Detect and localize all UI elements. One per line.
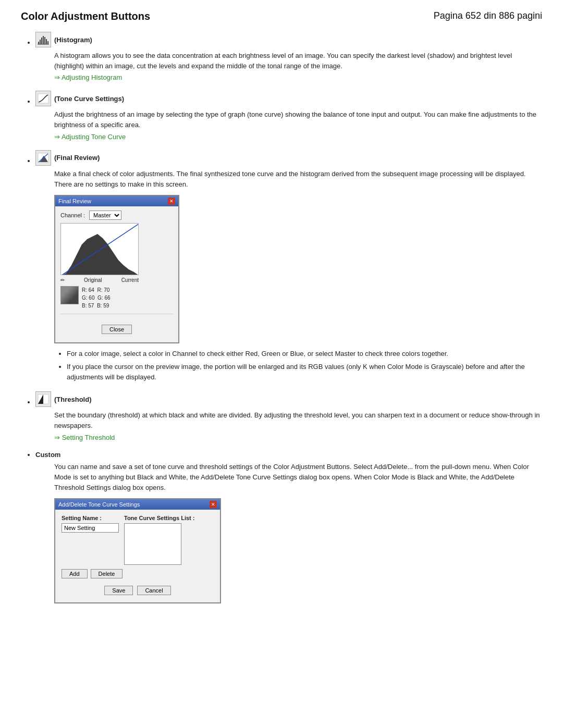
final-review-body: Make a final check of color adjustments.… [54, 169, 542, 382]
sub-bullet-1: For a color image, select a color in Cha… [67, 349, 542, 359]
custom-header: Custom [35, 451, 542, 459]
threshold-section: (Threshold) Set the boundary (threshold)… [35, 391, 542, 441]
final-review-description: Make a final check of color adjustments.… [54, 169, 542, 190]
page-number: Pagina 652 din 886 pagini [434, 10, 542, 21]
dialog-divider [60, 314, 173, 314]
custom-section: Custom You can name and save a set of to… [35, 451, 542, 603]
histogram-description: A histogram allows you to see the data c… [54, 51, 542, 71]
setting-name-col: Setting Name : [62, 515, 119, 565]
histogram-body: A histogram allows you to see the data c… [54, 51, 542, 81]
svg-rect-5 [46, 39, 47, 44]
histogram-icon [38, 34, 49, 45]
add-delete-footer: Save Cancel [62, 583, 214, 597]
svg-rect-6 [47, 41, 48, 44]
threshold-icon [38, 394, 49, 404]
final-review-dialog: Final Review ✕ Channel : Master [54, 195, 179, 343]
threshold-header: (Threshold) [35, 391, 542, 407]
add-delete-body: Setting Name : Tone Curve Settings List … [55, 510, 220, 602]
svg-rect-2 [41, 38, 42, 44]
save-button[interactable]: Save [104, 586, 133, 595]
add-delete-close-btn[interactable]: ✕ [210, 501, 217, 508]
tone-curve-link[interactable]: Adjusting Tone Curve [54, 133, 126, 141]
tone-curve-section: (Tone Curve Settings) Adjust the brightn… [35, 91, 542, 140]
histogram-link[interactable]: Adjusting Histogram [54, 73, 122, 81]
tone-list-label: Tone Curve Settings List : [124, 515, 194, 521]
legend-pencil-icon: ✏ [60, 277, 65, 283]
preview-values: R: 64 R: 70 G: 60 G: 66 B: 57 B: 59 [82, 286, 111, 310]
channel-label: Channel : [60, 212, 85, 218]
dialog-titlebar: Final Review ✕ [55, 196, 178, 206]
delete-button[interactable]: Delete [91, 569, 123, 578]
svg-marker-12 [61, 234, 139, 275]
custom-description: You can name and save a set of tone curv… [54, 462, 542, 493]
svg-rect-3 [43, 36, 44, 44]
dialog-close-btn[interactable]: ✕ [168, 198, 175, 205]
legend-current: Current [121, 277, 139, 283]
dialog-footer: Close [60, 325, 173, 338]
final-review-label: (Final Review) [54, 154, 100, 162]
dialog-title: Final Review [58, 198, 91, 204]
dialog-body: Channel : Master [55, 206, 178, 342]
custom-label: Custom [35, 451, 60, 459]
tone-curve-description: Adjust the brightness of an image by sel… [54, 109, 542, 130]
preview-row: R: 64 R: 70 G: 60 G: 66 B: 57 B: 59 [60, 286, 173, 310]
tone-list-box [124, 523, 181, 565]
dialog-legend: ✏ Original Current [60, 277, 139, 283]
histogram-svg [61, 224, 139, 275]
histogram-canvas [60, 223, 139, 275]
tone-list-col: Tone Curve Settings List : [124, 515, 194, 565]
tone-curve-label: (Tone Curve Settings) [54, 95, 124, 103]
final-review-section: (Final Review) Make a final check of col… [35, 150, 542, 382]
dialog-close-button[interactable]: Close [102, 325, 132, 334]
threshold-icon-box [35, 391, 51, 407]
svg-rect-1 [40, 40, 41, 44]
add-delete-title: Add/Delete Tone Curve Settings [58, 501, 140, 508]
page-header: Color Adjustment Buttons Pagina 652 din … [21, 10, 542, 22]
threshold-link[interactable]: Setting Threshold [54, 434, 115, 441]
threshold-body: Set the boundary (threshold) at which bl… [54, 410, 542, 441]
final-review-sub-list: For a color image, select a color in Cha… [54, 349, 542, 382]
r-values: R: 64 R: 70 [82, 286, 111, 294]
final-review-icon [38, 153, 49, 163]
final-review-header: (Final Review) [35, 150, 542, 166]
sub-bullet-2: If you place the cursor on the preview i… [67, 362, 542, 382]
tone-curve-header: (Tone Curve Settings) [35, 91, 542, 106]
final-review-icon-box [35, 150, 51, 166]
add-delete-dialog: Add/Delete Tone Curve Settings ✕ Setting… [54, 498, 221, 603]
tone-curve-icon-box [35, 91, 51, 106]
histogram-header: (Histogram) [35, 32, 542, 47]
preview-thumb [60, 286, 79, 304]
setting-name-label: Setting Name : [62, 515, 119, 521]
histogram-label: (Histogram) [54, 36, 92, 44]
svg-rect-4 [44, 37, 45, 44]
main-section-list: (Histogram) A histogram allows you to se… [21, 32, 542, 603]
add-delete-titlebar: Add/Delete Tone Curve Settings ✕ [55, 499, 220, 510]
channel-select[interactable]: Master [89, 211, 121, 220]
setting-name-input[interactable] [62, 523, 119, 533]
custom-body: You can name and save a set of tone curv… [54, 462, 542, 603]
cancel-button[interactable]: Cancel [137, 586, 170, 595]
page-title: Color Adjustment Buttons [21, 10, 150, 22]
add-delete-fields-row: Setting Name : Tone Curve Settings List … [62, 515, 214, 565]
add-button[interactable]: Add [62, 569, 88, 578]
g-values: G: 60 G: 66 [82, 294, 111, 302]
legend-original: Original [84, 277, 102, 283]
tone-curve-body: Adjust the brightness of an image by sel… [54, 109, 542, 140]
threshold-label: (Threshold) [54, 396, 92, 403]
tone-curve-icon [38, 93, 49, 104]
add-delete-btn-row: Add Delete [62, 569, 214, 578]
b-values: B: 57 B: 59 [82, 302, 111, 310]
histogram-section: (Histogram) A histogram allows you to se… [35, 32, 542, 81]
channel-row: Channel : Master [60, 211, 173, 220]
threshold-description: Set the boundary (threshold) at which bl… [54, 410, 542, 431]
svg-rect-0 [38, 42, 39, 44]
histogram-icon-box [35, 32, 51, 47]
